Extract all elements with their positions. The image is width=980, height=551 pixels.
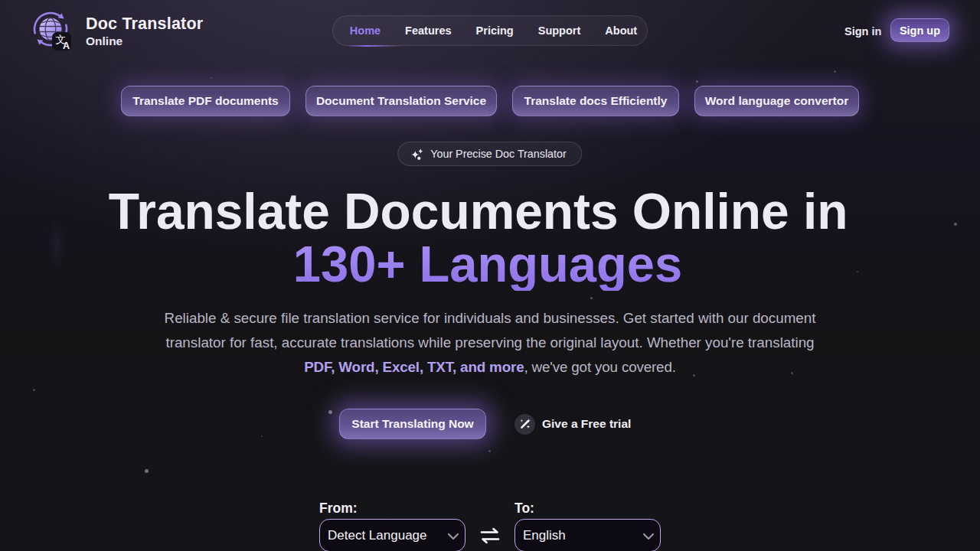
- svg-text:A: A: [63, 41, 70, 51]
